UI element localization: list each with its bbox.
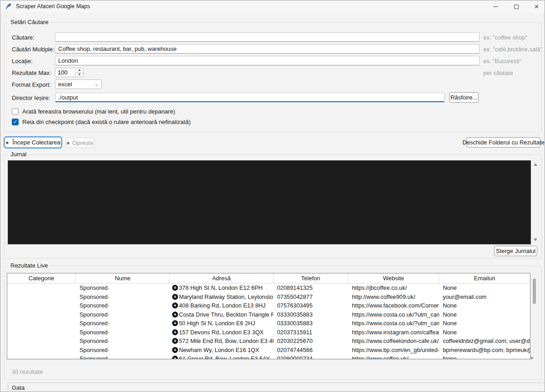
cell-address-text: Newham Wy, London E16 1QX [179, 347, 259, 353]
stop-button[interactable]: ■ Oprește [66, 138, 94, 148]
cell-address-text: 572 Mile End Rd, Bow, London E3 4PH [179, 337, 273, 344]
max-results-label: Rezultate Max: [12, 69, 51, 76]
table-row[interactable]: Sponsored· + 408 Barking Rd, London E13 … [7, 301, 530, 310]
export-format-value: excel [58, 81, 72, 88]
minimize-icon [493, 6, 498, 7]
spinner-up-button[interactable] [76, 68, 83, 73]
search-input[interactable] [55, 32, 480, 42]
start-collect-button[interactable]: ► Începe Colectarea [5, 137, 61, 148]
table-row[interactable]: Sponsored· + Costa Drive Thru, Beckton T… [7, 310, 530, 319]
col-header-category[interactable]: Categorie [7, 273, 76, 283]
scroll-right-icon[interactable] [531, 356, 534, 360]
cell-category [7, 301, 76, 310]
spinner-down-button[interactable] [76, 73, 83, 77]
col-header-phone[interactable]: Telefon [273, 273, 348, 283]
cell-address: + 572 Mile End Rd, Bow, London E3 4PH [170, 337, 273, 346]
cell-address: + 157 Devons Rd, London E3 3QX [170, 328, 273, 337]
results-table-body: Sponsored· + 378 High St N, London E12 6… [7, 283, 530, 359]
cell-name: Sponsored· [76, 346, 170, 355]
journal-scrollbar[interactable] [532, 160, 539, 244]
cell-emails: None [439, 319, 530, 328]
cell-address: + 408 Barking Rd, London E13 8HJ [170, 301, 273, 310]
resume-checkpoint-checkbox[interactable]: Reia din checkpoint (dacă există o rular… [12, 119, 191, 125]
plus-circle-icon: + [172, 347, 178, 353]
results-table[interactable]: Categorie Nume Adresă Telefon Website Em… [7, 273, 530, 359]
close-icon: × [535, 3, 539, 10]
cell-website: https://www.facebook.com/Cornerstone [348, 301, 439, 310]
settings-group-title: Setări Căutare [9, 19, 50, 25]
cell-name: Sponsored· [76, 293, 170, 302]
table-row[interactable]: Sponsored· + 572 Mile End Rd, Bow, Londo… [7, 337, 530, 346]
max-results-spinner[interactable] [55, 68, 84, 77]
cell-phone: 03330035883 [273, 319, 348, 328]
table-row[interactable]: Sponsored· + Maryland Railway Station, L… [7, 293, 530, 302]
plus-circle-icon: + [172, 303, 178, 308]
cell-name: Sponsored· [76, 354, 170, 359]
cell-category [7, 346, 76, 355]
results-group-title: Rezultate Live [9, 262, 50, 269]
table-row[interactable]: Sponsored· + 157 Devons Rd, London E3 3Q… [7, 328, 530, 337]
cell-phone: 02030225670 [273, 337, 348, 346]
cell-phone: 02074744566 [273, 346, 348, 355]
results-scrollbar-thumb[interactable] [533, 278, 536, 304]
cell-emails: None [439, 310, 530, 319]
plus-circle-icon: + [172, 356, 178, 359]
title-bar: Scraper Afaceri Google Maps × [0, 0, 545, 13]
minimize-button[interactable] [486, 0, 506, 13]
col-header-name[interactable]: Nume [76, 273, 170, 283]
cell-emails: bpmerewards@bp.com; bpmeuk@bp.com [439, 346, 530, 355]
scroll-down-icon[interactable] [534, 238, 537, 241]
table-row[interactable]: Sponsored· + Newham Wy, London E16 1QX 0… [7, 346, 530, 355]
scroll-up-icon[interactable] [534, 163, 537, 166]
show-browser-checkbox[interactable]: Arată fereastra browserului (mai lent, u… [12, 108, 175, 115]
cell-address: + Costa Drive Thru, Beckton Triangle Ret… [170, 310, 273, 319]
col-header-address[interactable]: Adresă [170, 273, 273, 283]
table-row[interactable]: Sponsored· + 50 High St N, London E6 2HJ… [7, 319, 530, 328]
cell-phone: 02080000734 [273, 354, 348, 359]
max-results-hint: per căutare [483, 69, 513, 76]
open-results-folder-button[interactable]: Deschide Folderul cu Rezultate [466, 137, 540, 148]
cell-address-text: 157 Devons Rd, London E3 3QX [179, 329, 263, 336]
cell-name: Sponsored· [76, 283, 170, 293]
multi-search-hint: ex. "café,brutărie,sală" [483, 46, 542, 53]
cell-name: Sponsored· [76, 301, 170, 310]
cell-emails: None [439, 301, 530, 310]
journal-log[interactable] [8, 160, 531, 244]
search-label: Căutare: [12, 34, 35, 41]
cell-category [7, 337, 76, 346]
plus-circle-icon: + [172, 338, 178, 344]
output-dir-input[interactable] [55, 93, 445, 102]
cell-website: https://www.costa.co.uk/?utm_campaign [348, 310, 439, 319]
export-format-select[interactable]: excel ⌄ [55, 79, 102, 89]
max-results-input[interactable] [55, 68, 75, 77]
browse-button[interactable]: Răsfoire... [449, 92, 479, 103]
cell-category [7, 354, 76, 359]
cell-category [7, 283, 76, 293]
cell-address: + Maryland Railway Station, Leytonstone [170, 293, 273, 302]
plus-circle-icon: + [172, 294, 178, 300]
cell-address-text: 50 High St N, London E6 2HJ [179, 320, 255, 327]
stop-icon: ■ [67, 140, 69, 145]
location-input[interactable] [55, 56, 480, 65]
cell-emails: None [439, 283, 530, 293]
col-header-website[interactable]: Website [348, 273, 439, 283]
cell-phone: 02089141325 [273, 283, 348, 293]
checkbox-checked-icon [12, 119, 19, 125]
cell-address-text: Costa Drive Thru, Beckton Triangle Retai… [179, 311, 273, 318]
close-button[interactable]: × [526, 0, 545, 13]
clear-journal-button[interactable]: Șterge Jurnalul [494, 246, 537, 256]
col-header-emails[interactable]: Emailuri [439, 273, 530, 283]
table-row[interactable]: Sponsored· + 378 High St N, London E12 6… [7, 283, 530, 293]
spinner-up-icon [78, 69, 81, 71]
table-row[interactable]: Sponsored· + 6A Grove Rd, Bow, London E3… [7, 354, 530, 359]
resume-checkpoint-label: Reia din checkpoint (dacă există o rular… [22, 119, 191, 125]
location-label: Locație: [12, 58, 33, 65]
app-window: Scraper Afaceri Google Maps × Setări Cău… [0, 0, 545, 392]
plus-circle-icon: + [172, 312, 178, 318]
cell-name: Sponsored· [76, 310, 170, 319]
maximize-button[interactable] [506, 0, 526, 13]
cell-category [7, 310, 76, 319]
plus-circle-icon: + [172, 329, 178, 335]
cell-website: https://www.bp.com/en_gb/united-ki [348, 346, 439, 355]
multi-search-input[interactable] [55, 44, 480, 54]
